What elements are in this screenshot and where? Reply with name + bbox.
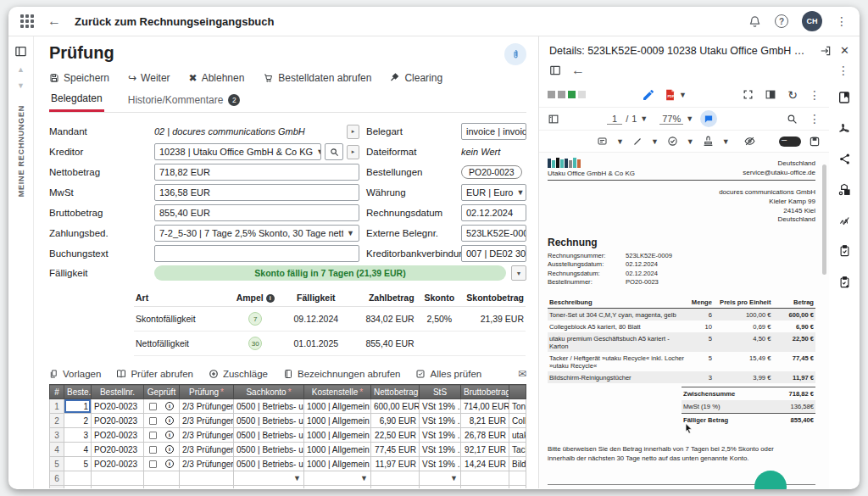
tab-belegdaten[interactable]: Belegdaten — [49, 92, 104, 112]
info-icon[interactable]: i — [165, 402, 174, 410]
topbar-kebab-icon[interactable]: ⋮ — [836, 14, 848, 28]
attachment-indicator[interactable] — [504, 43, 526, 65]
hide-annotations-icon[interactable] — [743, 136, 756, 147]
info-icon[interactable]: i — [165, 416, 174, 425]
user-avatar[interactable]: CH — [802, 11, 822, 31]
note-annotation-icon[interactable] — [597, 137, 608, 147]
col-header-bezeichnung[interactable] — [509, 385, 526, 399]
chevron-down-icon[interactable]: ▼ — [686, 114, 693, 123]
zahlungsbed-select[interactable]: 7-2_5-30 | 7 Tage 2,5% Skonto, 30 Tage n… — [154, 225, 359, 242]
clipboard-check-plus-icon[interactable] — [838, 276, 851, 289]
nettobetrag-input[interactable]: 718,82 EUR — [154, 164, 359, 181]
rail-label: MEINE RECHNUNGEN — [17, 105, 25, 197]
thumbnails-panel-icon[interactable] — [548, 114, 559, 125]
check-annotation-icon[interactable] — [667, 136, 678, 147]
rail-down-icon[interactable]: ▼ — [17, 82, 25, 90]
col-header-bruttobetrag[interactable]: Bruttobetrag — [461, 385, 509, 399]
info-icon[interactable]: i — [165, 460, 174, 468]
buchungstext-input[interactable] — [154, 245, 359, 262]
bruttobetrag-input[interactable]: 855,40 EUR — [154, 204, 359, 221]
clearing-button[interactable]: Clearing — [390, 72, 442, 84]
save-button[interactable]: Speichern — [49, 72, 109, 84]
skonto-banner-dropdown-button[interactable]: ▼ — [511, 265, 526, 281]
kreditorbank-select[interactable]: 007 | DE02 3006 0601 0002 4746 89▼ — [461, 245, 526, 262]
geprueft-checkbox[interactable] — [149, 446, 157, 454]
bestellung-chip[interactable]: PO20-0023 — [461, 165, 522, 179]
booklet-icon[interactable] — [837, 91, 851, 104]
save-annotations-icon[interactable] — [809, 136, 821, 148]
comments-toggle[interactable] — [700, 110, 717, 127]
col-header-pruefung[interactable]: Prüfung* — [180, 385, 234, 399]
notifications-bell-icon[interactable] — [748, 15, 761, 28]
pruefer-abrufen-button[interactable]: Prüfer abrufen — [116, 369, 193, 379]
geprueft-checkbox[interactable] — [149, 403, 157, 410]
externe-belegnr-input[interactable]: 523LK52E-0009 — [461, 225, 526, 242]
vorlagen-button[interactable]: Vorlagen — [49, 369, 101, 379]
back-link[interactable]: Zurück zum Rechnungseingangsbuch — [75, 15, 274, 28]
details-kebab-icon[interactable]: ⋮ — [837, 64, 849, 77]
shapes-icon[interactable] — [837, 183, 851, 197]
kreditor-select[interactable]: 10238 | Utaku Office GmbH & Co KG▼ — [154, 143, 321, 160]
waehrung-select[interactable]: EUR | Euro▼ — [461, 184, 526, 201]
alles-pruefen-button[interactable]: Alles prüfen — [415, 369, 481, 379]
mwst-input[interactable]: 136,58 EUR — [154, 184, 359, 201]
page-number-input[interactable]: 1 — [607, 114, 622, 125]
rechnungsdatum-input[interactable]: 02.12.2024 — [461, 204, 526, 221]
col-header-kostenstelle[interactable]: Kostenstelle* — [304, 385, 371, 399]
mail-icon[interactable]: ✉ — [518, 368, 526, 380]
refresh-icon[interactable]: ↻ — [787, 89, 798, 101]
geprueft-checkbox[interactable] — [149, 432, 157, 439]
back-arrow-icon[interactable]: ← — [47, 14, 61, 28]
viewer-back-icon[interactable]: ← — [571, 64, 585, 77]
annotation-toggle[interactable] — [779, 137, 801, 147]
col-header-geprueft[interactable]: Geprüft — [144, 385, 180, 399]
vertical-scrollbar[interactable] — [822, 164, 826, 275]
viewer-kebab-icon[interactable]: ⋮ — [809, 88, 821, 102]
kreditor-expand-button[interactable]: ▸ — [347, 145, 359, 159]
rail-up-icon[interactable]: ▲ — [17, 66, 25, 74]
col-header-bestellpos[interactable]: Beste... — [64, 385, 92, 399]
close-icon[interactable]: ✕ — [840, 44, 849, 57]
status-squares — [548, 91, 586, 98]
edit-button[interactable] — [642, 88, 655, 102]
next-button[interactable]: ↪ Weiter — [128, 72, 170, 84]
open-in-new-icon[interactable] — [820, 45, 832, 57]
geprueft-checkbox[interactable] — [149, 460, 157, 468]
col-header-sachkonto[interactable]: Sachkonto* — [234, 385, 304, 399]
info-icon[interactable]: i — [266, 294, 275, 303]
col-header-bestellnr[interactable]: Bestellnr. — [92, 385, 144, 399]
info-icon[interactable]: i — [165, 431, 174, 439]
viewer-kebab-icon[interactable]: ⋮ — [809, 112, 821, 125]
focused-cell[interactable]: 1 — [64, 399, 92, 414]
search-icon[interactable] — [787, 114, 798, 125]
clipboard-check-icon[interactable] — [838, 244, 851, 258]
kreditor-search-button[interactable] — [325, 143, 343, 160]
belegart-select[interactable]: invoice | invoice▼ — [461, 123, 526, 140]
geprueft-checkbox[interactable] — [149, 417, 157, 425]
panel-toggle-icon[interactable] — [14, 45, 27, 58]
chevron-down-icon[interactable]: ▼ — [640, 114, 648, 123]
reject-button[interactable]: ✖ Ablehnen — [189, 72, 245, 84]
bezeichnungen-abrufen-button[interactable]: Bezeichnungen abrufen — [283, 369, 401, 379]
share-icon[interactable] — [838, 153, 851, 165]
adobe-acrobat-icon[interactable] — [837, 122, 851, 135]
zuschlaege-button[interactable]: Zuschläge — [209, 369, 268, 379]
help-icon[interactable]: ? — [775, 14, 788, 28]
pages-layout-icon[interactable] — [765, 89, 776, 100]
info-icon[interactable]: i — [165, 445, 174, 454]
signature-icon[interactable] — [837, 215, 852, 226]
tab-historie-kommentare[interactable]: Historie/Kommentare 2 — [126, 92, 242, 112]
fullscreen-icon[interactable] — [743, 89, 754, 100]
app-launcher-icon[interactable] — [20, 14, 34, 28]
stamp-icon[interactable] — [703, 136, 714, 147]
mandant-expand-button[interactable]: ▸ — [347, 125, 359, 139]
zoom-level[interactable]: 77% — [659, 114, 683, 125]
fetch-order-data-button[interactable]: Bestelldaten abrufen — [263, 72, 371, 84]
pen-annotation-icon[interactable] — [632, 137, 643, 147]
col-header-nettobetrag[interactable]: Nettobetrag — [371, 385, 420, 399]
panel-toggle-icon[interactable] — [549, 64, 561, 76]
col-header-num[interactable]: # — [50, 385, 64, 399]
col-header-sts[interactable]: StS — [420, 385, 461, 399]
pdf-export-button[interactable]: PDF ▼ — [664, 88, 687, 102]
pdf-document[interactable]: Utaku Office GmbH & Co KG Deutschland se… — [539, 153, 829, 488]
